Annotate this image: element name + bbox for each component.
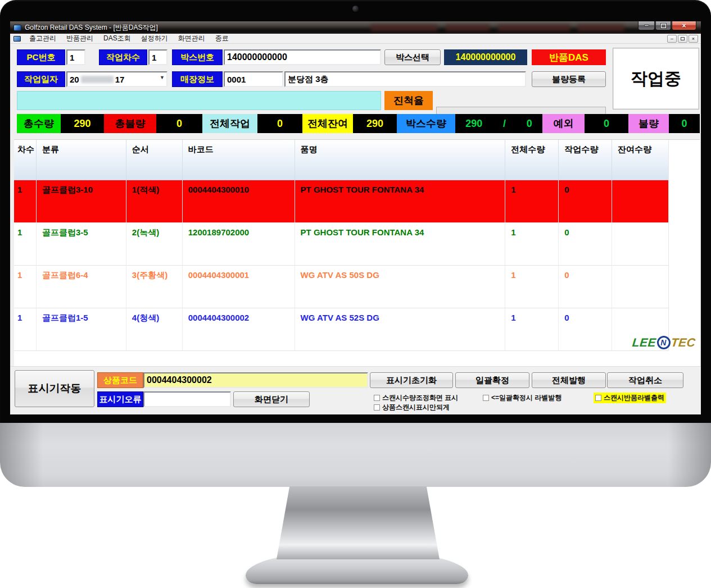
- mdi-minimize-button[interactable]: –: [667, 35, 677, 43]
- cell-total-qty: 1: [505, 180, 559, 222]
- close-screen-button[interactable]: 화면닫기: [233, 391, 310, 407]
- total-remaining-label: 전체잔여: [302, 114, 353, 133]
- mdi-restore-button[interactable]: [678, 35, 687, 43]
- window-minimize-button[interactable]: [638, 21, 655, 30]
- leentec-logo: LEE N TEC: [632, 336, 695, 349]
- cell-remaining-qty: [612, 266, 668, 308]
- menu-das-lookup[interactable]: DAS조회: [98, 33, 136, 44]
- monitor-chin: [0, 423, 711, 487]
- monitor: Golfzon Retail DAS System - [반품DAS작업] × …: [0, 0, 711, 588]
- table-row[interactable]: 1 골프클럽1-5 4(청색) 0004404300002 WG ATV AS …: [14, 308, 668, 351]
- box-qty-value: 290 / 0: [455, 114, 542, 133]
- menu-settings[interactable]: 설정하기: [136, 33, 173, 44]
- menu-returns[interactable]: 반품관리: [61, 33, 98, 44]
- work-round-label: 작업차수: [99, 49, 147, 65]
- cell-barcode: 0004404300010: [183, 180, 295, 222]
- total-qty-value: 290: [61, 114, 104, 133]
- table-row[interactable]: 1 골프클럽3-5 2(녹색) 1200189702000 PT GHOST T…: [14, 223, 668, 266]
- product-code-label: 상품코드: [97, 372, 143, 388]
- col-header-category[interactable]: 분류: [37, 140, 126, 180]
- indicator-error-input[interactable]: [143, 391, 231, 407]
- cancel-work-button[interactable]: 작업취소: [607, 372, 683, 388]
- total-defect-value: 0: [156, 114, 202, 133]
- client-area: PC번호 작업차수 박스번호 박스선택 140000000000 반품DAS 작…: [10, 44, 701, 414]
- checkbox-icon: [374, 404, 380, 411]
- selected-box-display: 140000000000: [444, 49, 527, 65]
- indicator-init-button[interactable]: 표시기초기화: [370, 372, 453, 388]
- issue-all-button[interactable]: 전체발행: [532, 372, 606, 388]
- total-worked-label: 전체작업: [202, 114, 257, 133]
- window-maximize-button[interactable]: [655, 21, 671, 30]
- exception-label: 예외: [542, 114, 585, 133]
- col-header-product[interactable]: 품명: [295, 140, 506, 180]
- col-header-round[interactable]: 차수: [14, 140, 37, 180]
- logo-n-badge: N: [657, 336, 671, 349]
- table-row[interactable]: 1 골프클럽6-4 3(주황색) 0004404300001 WG ATV AS…: [14, 266, 668, 308]
- work-date-prefix: 20: [70, 75, 79, 84]
- menu-shipping[interactable]: 출고관리: [24, 33, 61, 44]
- cell-remaining-qty: [612, 223, 668, 265]
- pc-no-input[interactable]: [66, 49, 85, 65]
- maximize-icon: [661, 24, 666, 28]
- cell-order: 1(적색): [126, 180, 183, 222]
- cell-barcode: 1200189702000: [183, 223, 295, 265]
- store-name-input[interactable]: [284, 71, 526, 87]
- menu-screen[interactable]: 화면관리: [173, 33, 210, 44]
- exception-value: 0: [585, 114, 628, 133]
- checkbox-label-issue-on-confirm[interactable]: <=일괄확정시 라벨발행: [481, 393, 563, 403]
- progress-label: 진척율: [384, 91, 433, 110]
- grid-header-row: 차수 분류 순서 바코드 품명 전체수량 작업수량 잔여수량: [14, 140, 668, 180]
- cell-total-qty: 1: [505, 223, 559, 265]
- table-row[interactable]: 1 골프클럽3-10 1(적색) 0004404300010 PT GHOST …: [14, 180, 668, 223]
- work-date-combobox[interactable]: 20 17 ▼: [66, 71, 167, 87]
- cell-round: 1: [14, 266, 37, 308]
- checkbox-icon: [374, 395, 380, 401]
- box-qty-separator: /: [503, 118, 506, 130]
- col-header-barcode[interactable]: 바코드: [183, 140, 295, 180]
- mdi-close-button[interactable]: ×: [689, 35, 698, 43]
- cell-order: 4(청색): [126, 308, 183, 350]
- indicator-run-button[interactable]: 표시기작동: [15, 370, 94, 407]
- cell-category: 골프클럽3-5: [37, 223, 126, 265]
- checkbox-product-scan-display-only[interactable]: 상품스캔시표시만되게: [372, 402, 451, 413]
- confirm-all-button[interactable]: 일괄확정: [455, 372, 529, 388]
- cell-total-qty: 1: [505, 266, 559, 308]
- col-header-remaining-qty[interactable]: 잔여수량: [612, 140, 668, 180]
- cell-worked-qty: 0: [559, 266, 612, 308]
- work-round-input[interactable]: [148, 49, 167, 65]
- checkbox-icon: [595, 395, 601, 401]
- box-qty-right: 0: [527, 118, 532, 130]
- defect-value: 0: [669, 114, 700, 133]
- product-code-input[interactable]: [143, 372, 368, 388]
- box-select-button[interactable]: 박스선택: [384, 49, 441, 65]
- menu-exit[interactable]: 종료: [210, 33, 234, 44]
- col-header-total-qty[interactable]: 전체수량: [505, 140, 559, 180]
- app-window: Golfzon Retail DAS System - [반품DAS작업] × …: [10, 21, 701, 414]
- box-qty-left: 290: [465, 118, 482, 130]
- total-defect-label: 총불량: [104, 114, 156, 133]
- store-info-label: 매장정보: [172, 71, 223, 87]
- pc-no-label: PC번호: [17, 49, 65, 65]
- cell-product: PT GHOST TOUR FONTANA 34: [295, 180, 506, 222]
- cell-product: WG ATV AS 50S DG: [295, 266, 506, 308]
- store-code-input[interactable]: [224, 71, 283, 87]
- return-das-banner: 반품DAS: [532, 49, 606, 65]
- total-remaining-value: 290: [353, 114, 397, 133]
- defect-label: 불량: [628, 114, 669, 133]
- checkbox-print-return-label-on-scan[interactable]: 스캔시반품라벨출력: [594, 393, 666, 403]
- cell-product: WG ATV AS 52S DG: [295, 308, 506, 350]
- work-date-suffix: 17: [115, 75, 125, 84]
- cell-worked-qty: 0: [559, 223, 612, 265]
- defect-register-button[interactable]: 불량등록: [532, 71, 606, 87]
- box-no-input[interactable]: [224, 49, 381, 65]
- chevron-down-icon[interactable]: ▼: [160, 75, 165, 80]
- redacted-date: [81, 76, 114, 83]
- col-header-worked-qty[interactable]: 작업수량: [559, 140, 612, 180]
- redacted-text: [578, 25, 624, 31]
- col-header-order[interactable]: 순서: [126, 140, 183, 180]
- close-icon: ×: [682, 22, 686, 29]
- indicator-error-label: 표시기오류: [97, 391, 143, 407]
- cell-product: PT GHOST TOUR FONTANA 34: [295, 223, 506, 265]
- redacted-text: [498, 25, 570, 31]
- window-close-button[interactable]: ×: [672, 21, 696, 30]
